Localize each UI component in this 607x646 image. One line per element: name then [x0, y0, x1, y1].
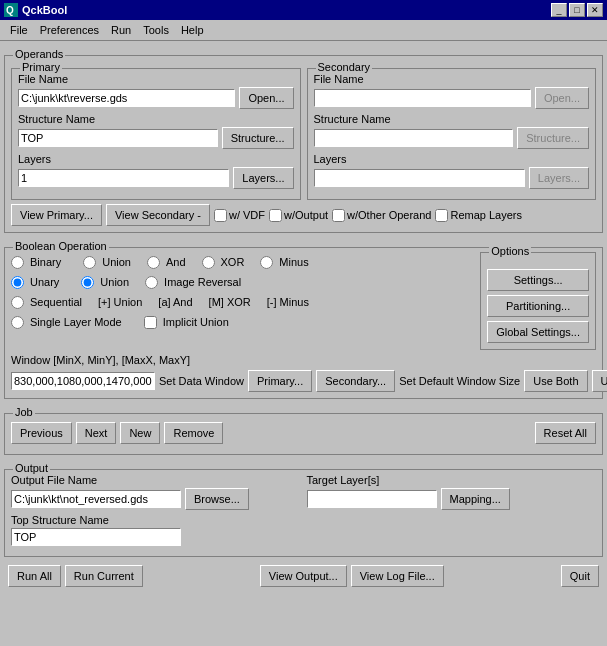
primary-layers-label: Layers: [18, 153, 294, 165]
secondary-filename-input[interactable]: [314, 89, 531, 107]
top-structure-label: Top Structure Name: [11, 514, 301, 526]
minus-binary-label: Minus: [279, 256, 308, 268]
union-unary-radio[interactable]: [81, 276, 94, 289]
secondary-structure-input[interactable]: [314, 129, 514, 147]
binary-label: Binary: [30, 256, 61, 268]
minimize-button[interactable]: _: [551, 3, 567, 17]
job-group: Job Previous Next New Remove Reset All: [4, 413, 603, 455]
secondary-filename-label: File Name: [314, 73, 590, 85]
output-file-label: Output File Name: [11, 474, 301, 486]
binary-radio[interactable]: [11, 256, 24, 269]
union-binary-label: Union: [102, 256, 131, 268]
primary-layers-input[interactable]: [18, 169, 229, 187]
secondary-layers-label: Layers: [314, 153, 590, 165]
single-layer-radio[interactable]: [11, 316, 24, 329]
seq-and-label: [a] And: [158, 296, 192, 308]
output-file-input[interactable]: [11, 490, 181, 508]
previous-button[interactable]: Previous: [11, 422, 72, 444]
primary-open-button[interactable]: Open...: [239, 87, 293, 109]
seq-union-label: [+] Union: [98, 296, 142, 308]
remap-label: Remap Layers: [450, 209, 522, 221]
run-current-button[interactable]: Run Current: [65, 565, 143, 587]
window-title: QckBool: [22, 4, 67, 16]
single-layer-label: Single Layer Mode: [30, 316, 122, 328]
image-reversal-label: Image Reversal: [164, 276, 241, 288]
set-primary-button[interactable]: Primary...: [248, 370, 312, 392]
maximize-button[interactable]: □: [569, 3, 585, 17]
menu-bar: File Preferences Run Tools Help: [0, 20, 607, 41]
svg-text:Q: Q: [6, 5, 14, 16]
and-binary-radio[interactable]: [147, 256, 160, 269]
minus-binary-radio[interactable]: [260, 256, 273, 269]
settings-button[interactable]: Settings...: [487, 269, 589, 291]
run-all-button[interactable]: Run All: [8, 565, 61, 587]
implicit-union-label: Implicit Union: [163, 316, 229, 328]
xor-binary-radio[interactable]: [202, 256, 215, 269]
set-data-window-label: Set Data Window: [159, 375, 244, 387]
mapping-button[interactable]: Mapping...: [441, 488, 510, 510]
menu-tools[interactable]: Tools: [137, 22, 175, 38]
implicit-union-checkbox[interactable]: [144, 316, 157, 329]
union-binary-radio[interactable]: [83, 256, 96, 269]
primary-structure-input[interactable]: [18, 129, 218, 147]
secondary-structure-button: Structure...: [517, 127, 589, 149]
seq-minus-label: [-] Minus: [267, 296, 309, 308]
app-icon: Q: [4, 3, 18, 17]
top-structure-input[interactable]: [11, 528, 181, 546]
secondary-structure-label: Structure Name: [314, 113, 590, 125]
menu-help[interactable]: Help: [175, 22, 210, 38]
window-label: Window [MinX, MinY], [MaxX, MaxY]: [11, 354, 190, 366]
next-button[interactable]: Next: [76, 422, 117, 444]
close-button[interactable]: ✕: [587, 3, 603, 17]
secondary-open-button: Open...: [535, 87, 589, 109]
primary-structure-label: Structure Name: [18, 113, 294, 125]
secondary-group: Secondary File Name Open... Structure Na…: [307, 68, 597, 200]
global-settings-button[interactable]: Global Settings...: [487, 321, 589, 343]
primary-group: Primary File Name Open... Structure Name…: [11, 68, 301, 200]
use-primary-button[interactable]: Use Primary: [592, 370, 608, 392]
remove-button[interactable]: Remove: [164, 422, 223, 444]
menu-file[interactable]: File: [4, 22, 34, 38]
title-bar: Q QckBool _ □ ✕: [0, 0, 607, 20]
primary-filename-label: File Name: [18, 73, 294, 85]
wother-label: w/Other Operand: [347, 209, 431, 221]
target-layers-label: Target Layer[s]: [307, 474, 597, 486]
sequential-label: Sequential: [30, 296, 82, 308]
output-group: Output Output File Name Browse... Top St…: [4, 469, 603, 557]
options-label: Options: [489, 245, 531, 257]
union-unary-label: Union: [100, 276, 129, 288]
wother-checkbox[interactable]: [332, 209, 345, 222]
output-label: Output: [13, 462, 50, 474]
xor-binary-label: XOR: [221, 256, 245, 268]
window-input[interactable]: [11, 372, 155, 390]
wvdf-checkbox[interactable]: [214, 209, 227, 222]
reset-all-button[interactable]: Reset All: [535, 422, 596, 444]
sequential-radio[interactable]: [11, 296, 24, 309]
primary-layers-button[interactable]: Layers...: [233, 167, 293, 189]
menu-run[interactable]: Run: [105, 22, 137, 38]
partitioning-button[interactable]: Partitioning...: [487, 295, 589, 317]
woutput-checkbox[interactable]: [269, 209, 282, 222]
use-both-button[interactable]: Use Both: [524, 370, 587, 392]
remap-checkbox[interactable]: [435, 209, 448, 222]
bottom-buttons: Run All Run Current View Output... View …: [4, 561, 603, 591]
view-log-button[interactable]: View Log File...: [351, 565, 444, 587]
browse-button[interactable]: Browse...: [185, 488, 249, 510]
target-layers-input[interactable]: [307, 490, 437, 508]
quit-button[interactable]: Quit: [561, 565, 599, 587]
primary-structure-button[interactable]: Structure...: [222, 127, 294, 149]
unary-radio[interactable]: [11, 276, 24, 289]
primary-filename-input[interactable]: [18, 89, 235, 107]
boolean-operation-label: Boolean Operation: [13, 240, 109, 252]
view-primary-button[interactable]: View Primary...: [11, 204, 102, 226]
view-secondary-button[interactable]: View Secondary -: [106, 204, 210, 226]
image-reversal-radio[interactable]: [145, 276, 158, 289]
set-secondary-button[interactable]: Secondary...: [316, 370, 395, 392]
set-default-label: Set Default Window Size: [399, 375, 520, 387]
wvdf-label: w/ VDF: [229, 209, 265, 221]
new-button[interactable]: New: [120, 422, 160, 444]
menu-preferences[interactable]: Preferences: [34, 22, 105, 38]
secondary-layers-input[interactable]: [314, 169, 525, 187]
view-output-button[interactable]: View Output...: [260, 565, 347, 587]
seq-xor-label: [M] XOR: [209, 296, 251, 308]
